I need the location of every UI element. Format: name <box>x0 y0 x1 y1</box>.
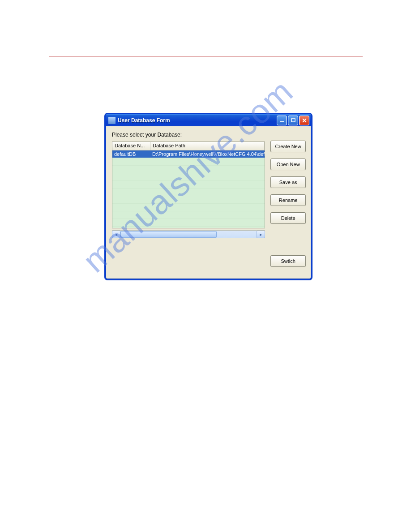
listview-body[interactable]: defaultDB D:\Program Files\Honeywell\VBl… <box>112 150 265 228</box>
scroll-thumb[interactable] <box>120 231 217 238</box>
app-icon <box>108 117 116 124</box>
maximize-icon <box>291 118 296 123</box>
window-controls <box>277 116 309 125</box>
cell-database-path: D:\Program Files\Honeywell\VBloxNetCFG 4… <box>150 150 265 158</box>
close-button[interactable] <box>299 116 309 125</box>
left-column: Please select your Database: Database N.… <box>112 132 265 274</box>
prompt-label: Please select your Database: <box>112 132 265 138</box>
cell-database-name: defaultDB <box>112 150 150 158</box>
scroll-right-button[interactable]: ► <box>257 231 265 238</box>
close-icon <box>302 118 307 123</box>
save-as-button[interactable]: Save as <box>270 176 306 188</box>
chevron-right-icon: ► <box>259 232 263 237</box>
rename-button[interactable]: Rename <box>270 194 306 206</box>
horizontal-rule <box>49 56 363 56</box>
column-header-name[interactable]: Database N... <box>112 142 150 150</box>
titlebar[interactable]: User Database Form <box>106 114 311 126</box>
button-column: Create New Open New Save as Rename Delet… <box>270 132 306 274</box>
minimize-icon <box>279 118 285 123</box>
open-new-button[interactable]: Open New <box>270 159 306 170</box>
minimize-button[interactable] <box>277 116 287 125</box>
user-database-window: User Database Form Please select your Da… <box>104 113 313 280</box>
svg-rect-0 <box>280 121 284 122</box>
switch-button[interactable]: Swtich <box>270 255 306 267</box>
client-area: Please select your Database: Database N.… <box>106 126 311 279</box>
scroll-track[interactable] <box>120 231 257 238</box>
listview-header: Database N... Database Path <box>112 142 265 150</box>
delete-button[interactable]: Delete <box>270 212 306 224</box>
database-listview[interactable]: Database N... Database Path defaultDB D:… <box>112 142 265 228</box>
window-title: User Database Form <box>118 117 277 124</box>
column-header-path[interactable]: Database Path <box>150 142 265 150</box>
create-new-button[interactable]: Create New <box>270 141 306 152</box>
table-row[interactable]: defaultDB D:\Program Files\Honeywell\VBl… <box>112 150 265 158</box>
scroll-left-button[interactable]: ◄ <box>112 231 120 238</box>
horizontal-scrollbar[interactable]: ◄ ► <box>112 230 265 238</box>
chevron-left-icon: ◄ <box>114 232 118 237</box>
svg-rect-1 <box>291 119 295 122</box>
maximize-button[interactable] <box>288 116 298 125</box>
